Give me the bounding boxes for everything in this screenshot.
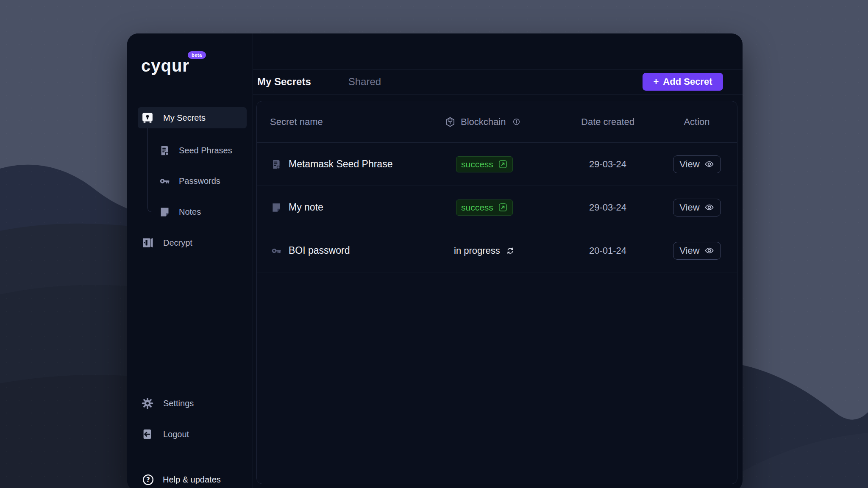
sidebar-item-passwords[interactable]: Passwords — [159, 172, 220, 189]
secrets-table: Secret name Blockchain Date created — [256, 101, 737, 484]
add-secret-label: Add Secret — [663, 76, 712, 87]
sidebar-item-label: My Secrets — [163, 113, 206, 123]
external-link-icon — [498, 159, 508, 169]
date-created: 29-03-24 — [559, 159, 657, 170]
sidebar-item-label: Notes — [179, 207, 201, 217]
sidebar-item-my-secrets[interactable]: My Secrets — [138, 107, 247, 128]
sidebar-item-label: Settings — [163, 399, 194, 408]
note-icon — [159, 206, 170, 218]
help-updates-label: Help & updates — [163, 475, 221, 485]
blockchain-cube-icon — [445, 116, 456, 128]
status-label: in progress — [454, 245, 500, 256]
secret-name: My note — [289, 202, 323, 213]
column-date-created: Date created — [559, 116, 657, 128]
help-updates-link[interactable]: ? Help & updates — [142, 471, 221, 488]
nav-tree-connector — [147, 128, 155, 212]
beta-badge: beta — [188, 51, 206, 59]
app-window: cyqur beta My Secrets Seed Phrases — [127, 33, 743, 488]
status-badge-success[interactable]: success — [456, 156, 513, 172]
sidebar-item-label: Decrypt — [163, 238, 192, 248]
status-badge-success[interactable]: success — [456, 200, 513, 216]
date-created: 29-03-24 — [559, 202, 657, 213]
column-blockchain-label: Blockchain — [461, 116, 506, 128]
safe-icon — [141, 111, 154, 124]
table-header: Secret name Blockchain Date created — [257, 101, 737, 143]
info-icon[interactable] — [512, 118, 520, 126]
sidebar-item-label: Passwords — [179, 176, 220, 186]
logout-icon — [141, 428, 154, 441]
sidebar-item-settings[interactable]: Settings — [138, 393, 247, 414]
view-label: View — [679, 245, 699, 256]
sidebar-item-logout[interactable]: Logout — [138, 424, 247, 445]
table-row: Metamask Seed Phrase success 29-03-24 Vi… — [257, 143, 737, 186]
main-area: My Secrets Shared + Add Secret Secret na… — [253, 33, 743, 488]
secret-name: Metamask Seed Phrase — [289, 158, 392, 170]
column-blockchain: Blockchain — [445, 116, 559, 128]
table-row: My note success 29-03-24 View — [257, 186, 737, 229]
status-label: success — [461, 202, 493, 213]
column-secret-name: Secret name — [257, 116, 445, 128]
sidebar-item-seed-phrases[interactable]: Seed Phrases — [159, 142, 232, 159]
sidebar-item-label: Logout — [163, 430, 189, 439]
external-link-icon — [498, 202, 508, 212]
eye-icon — [704, 202, 714, 212]
tab-bar: My Secrets Shared + Add Secret — [253, 69, 743, 94]
table-row: BOI password in progress 20-01-24 — [257, 229, 737, 272]
secret-name: BOI password — [289, 245, 350, 256]
sidebar-item-label: Seed Phrases — [179, 146, 232, 155]
eye-icon — [704, 159, 714, 169]
app-logo: cyqur — [141, 56, 189, 75]
tab-my-secrets[interactable]: My Secrets — [257, 76, 311, 88]
view-label: View — [679, 202, 699, 213]
note-icon — [271, 202, 282, 213]
sidebar-item-notes[interactable]: Notes — [159, 203, 201, 220]
sidebar-divider — [127, 462, 253, 462]
key-icon — [271, 245, 282, 256]
status-label: success — [461, 159, 493, 169]
add-secret-button[interactable]: + Add Secret — [643, 73, 723, 91]
view-button[interactable]: View — [673, 199, 721, 216]
eye-icon — [704, 246, 714, 255]
key-icon — [159, 175, 170, 187]
sidebar: cyqur beta My Secrets Seed Phrases — [127, 33, 253, 488]
view-button[interactable]: View — [673, 242, 721, 260]
help-icon: ? — [142, 474, 154, 486]
open-safe-icon — [141, 236, 154, 249]
sidebar-item-decrypt[interactable]: Decrypt — [138, 232, 247, 253]
status-in-progress: in progress — [454, 245, 515, 256]
view-button[interactable]: View — [673, 155, 721, 173]
tab-shared[interactable]: Shared — [348, 76, 381, 88]
gear-icon — [141, 397, 154, 410]
svg-text:?: ? — [146, 476, 150, 483]
column-action: Action — [657, 116, 737, 128]
view-label: View — [679, 159, 699, 170]
plus-icon: + — [653, 76, 659, 87]
logo-section: cyqur beta — [127, 33, 253, 93]
date-created: 20-01-24 — [559, 245, 657, 256]
seed-phrase-icon — [271, 159, 282, 170]
seed-phrase-icon — [159, 145, 170, 156]
refresh-icon — [506, 246, 515, 255]
